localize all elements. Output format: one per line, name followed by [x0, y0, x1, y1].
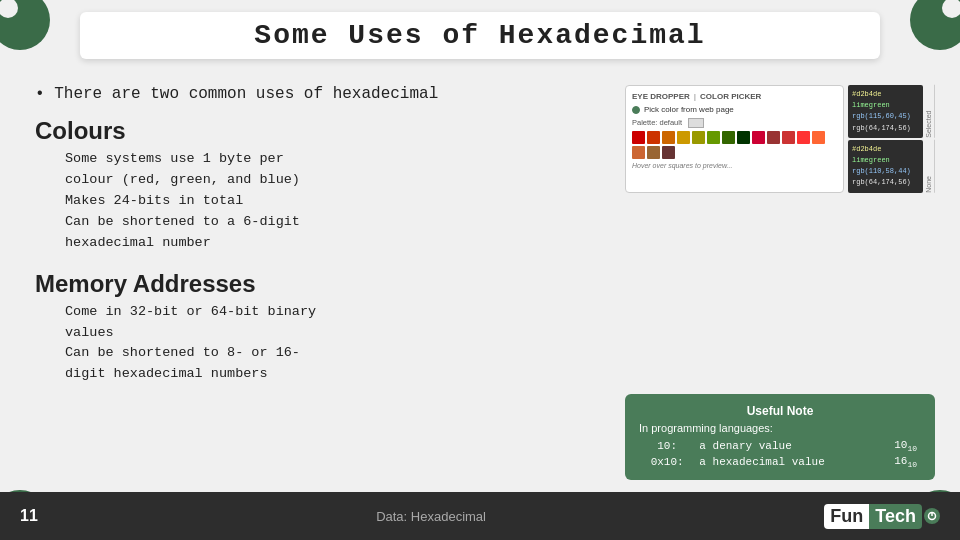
color-swatch[interactable] — [632, 131, 645, 144]
cp-bottom-panel: #d2b4de limegreen rgb(110,58,44) rgb(64,… — [848, 140, 935, 193]
cp-tab-divider: | — [694, 92, 696, 101]
useful-note-title: Useful Note — [639, 404, 921, 418]
corner-dot-tr — [942, 0, 960, 18]
color-picker-box: EYE DROPPER | COLOR PICKER Pick color fr… — [625, 85, 844, 193]
power-icon — [927, 511, 937, 521]
row2-col1: 0x10: — [639, 454, 695, 470]
color-swatch[interactable] — [812, 131, 825, 144]
color-swatch[interactable] — [707, 131, 720, 144]
useful-note-subtitle: In programming languages: — [639, 422, 921, 434]
color-swatch[interactable] — [662, 146, 675, 159]
colours-line-4: Can be shortened to a 6-digit — [65, 212, 595, 233]
cp-side-panels: #d2b4de limegreen rgb(115,60,45) rgb(64,… — [848, 85, 935, 193]
cp-palette-swatch — [688, 118, 704, 128]
cp-side-label-selected: Selected — [925, 85, 935, 138]
footer: 11 Data: Hexadecimal Fun Tech — [0, 492, 960, 540]
row1-col2: a denary value — [695, 438, 878, 454]
left-panel: • There are two common uses of hexadecim… — [20, 75, 610, 490]
cp-option-label: Pick color from web page — [644, 105, 734, 114]
corner-dot-tl — [0, 0, 18, 18]
footer-title: Data: Hexadecimal — [376, 509, 486, 524]
row1-col1: 10: — [639, 438, 695, 454]
content-area: • There are two common uses of hexadecim… — [20, 75, 940, 490]
spacer — [625, 201, 935, 386]
logo-dot — [924, 508, 940, 524]
memory-line-2: values — [65, 323, 595, 344]
title-bar: Some Uses of Hexadecimal — [80, 12, 880, 59]
code-line-b1: #d2b4de — [852, 144, 919, 155]
cp-codes-bottom: #d2b4de limegreen rgb(110,58,44) rgb(64,… — [848, 140, 923, 193]
cp-tab-eye-dropper[interactable]: EYE DROPPER — [632, 92, 690, 101]
color-swatch[interactable] — [647, 131, 660, 144]
color-swatch[interactable] — [647, 146, 660, 159]
colours-line-5: hexadecimal number — [65, 233, 595, 254]
logo-tech: Tech — [869, 504, 922, 529]
code-line-b3: rgb(110,58,44) — [852, 166, 919, 177]
cp-none-label: None — [925, 140, 932, 193]
code-line-4: rgb(64,174,56) — [852, 123, 919, 134]
code-line-b2: limegreen — [852, 155, 919, 166]
color-swatch[interactable] — [752, 131, 765, 144]
colours-line-3: Makes 24-bits in total — [65, 191, 595, 212]
cp-palette-label: Palette: default — [632, 118, 837, 128]
memory-line-4: digit hexadecimal numbers — [65, 364, 595, 385]
useful-note-box: Useful Note In programming languages: 10… — [625, 394, 935, 480]
color-swatch[interactable] — [767, 131, 780, 144]
code-line-2: limegreen — [852, 100, 919, 111]
slide-title: Some Uses of Hexadecimal — [100, 20, 860, 51]
memory-body: Come in 32-bit or 64-bit binary values C… — [65, 302, 595, 386]
memory-line-1: Come in 32-bit or 64-bit binary — [65, 302, 595, 323]
footer-page: 11 — [20, 507, 38, 525]
color-swatch[interactable] — [692, 131, 705, 144]
useful-note-table: 10: a denary value 1010 0x10: a hexadeci… — [639, 438, 921, 470]
cp-option-row: Pick color from web page — [632, 105, 837, 114]
intro-text: • There are two common uses of hexadecim… — [35, 85, 595, 103]
row2-col2: a hexadecimal value — [695, 454, 878, 470]
colours-line-2: colour (red, green, and blue) — [65, 170, 595, 191]
row1-col3: 1010 — [879, 438, 921, 454]
color-swatch[interactable] — [797, 131, 810, 144]
cp-tabs: EYE DROPPER | COLOR PICKER — [632, 92, 837, 101]
colours-line-1: Some systems use 1 byte per — [65, 149, 595, 170]
table-row: 10: a denary value 1010 — [639, 438, 921, 454]
row2-col3: 1610 — [879, 454, 921, 470]
color-swatch[interactable] — [782, 131, 795, 144]
color-swatch[interactable] — [722, 131, 735, 144]
funtech-logo: Fun Tech — [824, 504, 940, 529]
colours-title: Colours — [35, 117, 595, 145]
cp-radio[interactable] — [632, 106, 640, 114]
color-swatch[interactable] — [632, 146, 645, 159]
color-swatch[interactable] — [662, 131, 675, 144]
code-line-3: rgb(115,60,45) — [852, 111, 919, 122]
color-swatch[interactable] — [737, 131, 750, 144]
cp-top-panel: #d2b4de limegreen rgb(115,60,45) rgb(64,… — [848, 85, 935, 138]
cp-selected-label: Selected — [925, 85, 932, 138]
code-line-1: #d2b4de — [852, 89, 919, 100]
cp-codes-top: #d2b4de limegreen rgb(115,60,45) rgb(64,… — [848, 85, 923, 138]
memory-title: Memory Addresses — [35, 270, 595, 298]
color-swatch[interactable] — [677, 131, 690, 144]
memory-line-3: Can be shortened to 8- or 16- — [65, 343, 595, 364]
cp-tab-color-picker[interactable]: COLOR PICKER — [700, 92, 761, 101]
cp-side-label-none: None — [925, 140, 935, 193]
table-row: 0x10: a hexadecimal value 1610 — [639, 454, 921, 470]
code-line-b4: rgb(64,174,56) — [852, 177, 919, 188]
cp-preview-text: Hover over squares to preview... — [632, 162, 837, 169]
color-picker-wrapper: EYE DROPPER | COLOR PICKER Pick color fr… — [625, 85, 935, 193]
color-swatches — [632, 131, 837, 159]
colours-body: Some systems use 1 byte per colour (red,… — [65, 149, 595, 254]
corner-tr — [910, 0, 960, 50]
right-panel: EYE DROPPER | COLOR PICKER Pick color fr… — [620, 75, 940, 490]
slide: Some Uses of Hexadecimal • There are two… — [0, 0, 960, 540]
corner-tl — [0, 0, 50, 50]
logo-fun: Fun — [824, 504, 869, 529]
